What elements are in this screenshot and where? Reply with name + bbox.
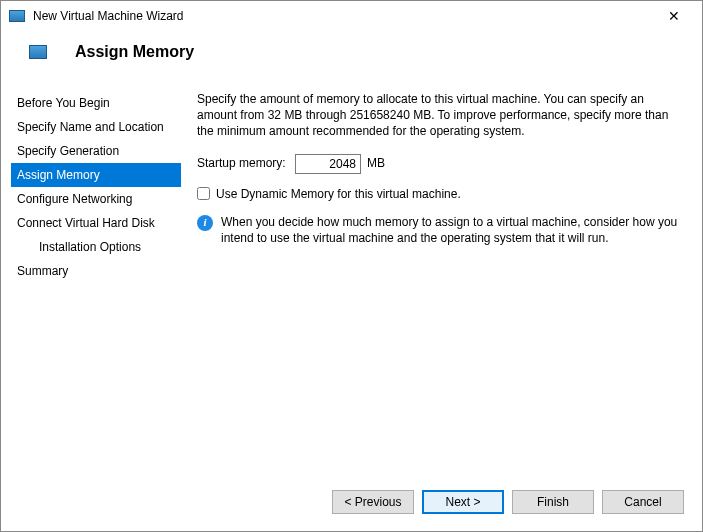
wizard-header: Assign Memory [1, 31, 702, 77]
app-icon [9, 10, 25, 22]
step-assign-memory[interactable]: Assign Memory [11, 163, 181, 187]
step-before-you-begin[interactable]: Before You Begin [11, 91, 181, 115]
header-icon [29, 45, 47, 59]
startup-memory-row: Startup memory: MB [197, 154, 680, 174]
wizard-window: New Virtual Machine Wizard ✕ Assign Memo… [0, 0, 703, 532]
dynamic-memory-row: Use Dynamic Memory for this virtual mach… [197, 186, 680, 202]
close-button[interactable]: ✕ [654, 8, 694, 24]
startup-memory-label: Startup memory: [197, 155, 295, 171]
wizard-body: Before You Begin Specify Name and Locati… [1, 77, 702, 473]
info-row: i When you decide how much memory to ass… [197, 214, 680, 246]
page-title: Assign Memory [75, 43, 194, 61]
info-icon: i [197, 215, 213, 231]
description-text: Specify the amount of memory to allocate… [197, 91, 680, 140]
dynamic-memory-label[interactable]: Use Dynamic Memory for this virtual mach… [216, 186, 461, 202]
wizard-footer: < Previous Next > Finish Cancel [1, 473, 702, 531]
info-text: When you decide how much memory to assig… [221, 214, 680, 246]
step-installation-options[interactable]: Installation Options [11, 235, 181, 259]
step-specify-name-location[interactable]: Specify Name and Location [11, 115, 181, 139]
startup-memory-input[interactable] [295, 154, 361, 174]
step-configure-networking[interactable]: Configure Networking [11, 187, 181, 211]
step-connect-virtual-hard-disk[interactable]: Connect Virtual Hard Disk [11, 211, 181, 235]
startup-memory-unit: MB [367, 155, 385, 171]
titlebar: New Virtual Machine Wizard ✕ [1, 1, 702, 31]
cancel-button[interactable]: Cancel [602, 490, 684, 514]
next-button[interactable]: Next > [422, 490, 504, 514]
dynamic-memory-checkbox[interactable] [197, 187, 210, 200]
step-summary[interactable]: Summary [11, 259, 181, 283]
previous-button[interactable]: < Previous [332, 490, 414, 514]
step-specify-generation[interactable]: Specify Generation [11, 139, 181, 163]
window-title: New Virtual Machine Wizard [33, 9, 654, 23]
content-pane: Specify the amount of memory to allocate… [181, 77, 692, 473]
finish-button[interactable]: Finish [512, 490, 594, 514]
steps-sidebar: Before You Begin Specify Name and Locati… [11, 77, 181, 473]
